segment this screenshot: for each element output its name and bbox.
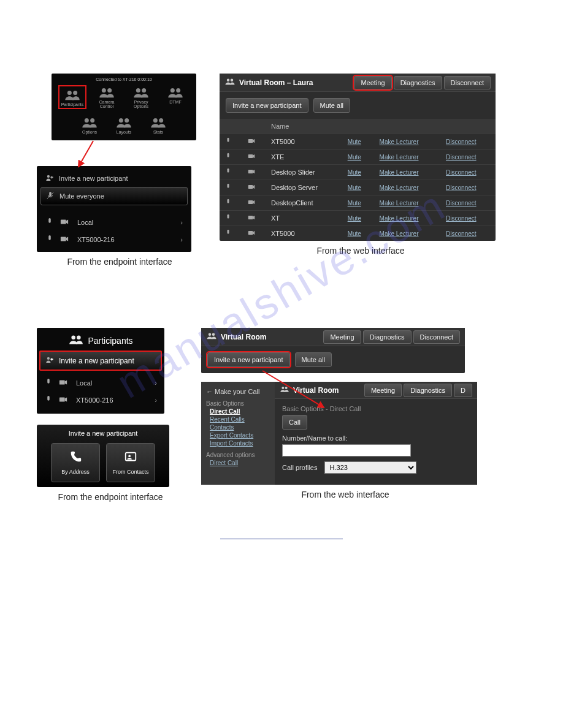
- by-address-button[interactable]: By Address: [51, 443, 100, 482]
- tab-d[interactable]: D: [454, 384, 472, 397]
- svg-point-28: [72, 336, 76, 340]
- room-title: Virtual Room – Laura: [224, 77, 313, 88]
- mute-link[interactable]: Mute: [343, 195, 375, 211]
- disconnect-link[interactable]: Disconnect: [441, 226, 496, 241]
- mute-link[interactable]: Mute: [343, 180, 375, 195]
- make-lecturer-link[interactable]: Make Lecturer: [375, 150, 442, 165]
- tab-disconnect[interactable]: Disconnect: [413, 330, 460, 344]
- row-icon: [46, 191, 55, 201]
- svg-point-35: [209, 333, 212, 336]
- endpoint-cell-6[interactable]: Stats: [144, 115, 172, 134]
- table-row: Desktop ServerMuteMake LecturerDisconnec…: [220, 180, 496, 195]
- svg-line-14: [79, 141, 93, 167]
- tab-meeting[interactable]: Meeting: [354, 76, 391, 89]
- mute-link[interactable]: Mute: [343, 165, 375, 180]
- call-profiles-select[interactable]: H.323: [324, 461, 416, 474]
- toolbar-button[interactable]: Invite a new participant: [226, 98, 308, 113]
- participant-name: Desktop Slider: [266, 165, 343, 180]
- table-row: XTMuteMake LecturerDisconnect: [220, 211, 496, 226]
- disconnect-link[interactable]: Disconnect: [441, 134, 496, 150]
- participant-name: Desktop Server: [266, 180, 343, 195]
- sidebar-link[interactable]: Recent Calls: [210, 416, 270, 423]
- mic-icon: [220, 150, 243, 165]
- make-lecturer-link[interactable]: Make Lecturer: [375, 195, 442, 211]
- endpoint-cell-1[interactable]: Camera Control: [93, 85, 121, 109]
- number-input[interactable]: [282, 444, 411, 457]
- endpoint-figure-2: Participants Invite a new participant Lo…: [37, 328, 184, 502]
- mute-row[interactable]: Mute everyone: [40, 187, 188, 205]
- disconnect-link[interactable]: Disconnect: [441, 195, 496, 211]
- tab-diagnostics[interactable]: Diagnostics: [394, 76, 442, 89]
- disconnect-link[interactable]: Disconnect: [441, 165, 496, 180]
- mic-icon: [220, 165, 243, 180]
- web-figure-1: Virtual Room – Laura Meeting Diagnostics…: [220, 74, 502, 256]
- make-lecturer-link[interactable]: Make Lecturer: [375, 226, 442, 241]
- participant-row[interactable]: Local›: [39, 374, 162, 392]
- sidebar-link[interactable]: Direct Call: [210, 408, 270, 415]
- make-lecturer-link[interactable]: Make Lecturer: [375, 211, 442, 226]
- disconnect-link[interactable]: Disconnect: [441, 180, 496, 195]
- make-lecturer-link[interactable]: Make Lecturer: [375, 180, 442, 195]
- participant-name: XT: [266, 211, 343, 226]
- contacts-icon: [124, 450, 137, 465]
- toolbar-button[interactable]: Mute all: [295, 352, 332, 367]
- mute-link[interactable]: Mute: [343, 211, 375, 226]
- people-icon: [68, 334, 84, 347]
- from-contacts-button[interactable]: From Contacts: [106, 443, 155, 482]
- invite-dialog-title: Invite a new participant: [42, 430, 164, 437]
- toolbar-button[interactable]: Invite a new participant: [207, 352, 290, 367]
- svg-point-19: [227, 79, 230, 82]
- mute-link[interactable]: Mute: [343, 150, 375, 165]
- sidebar-header[interactable]: ← Make your Call: [206, 388, 270, 395]
- svg-point-4: [136, 88, 140, 93]
- endpoint-cell-5[interactable]: Layouts: [110, 115, 138, 134]
- cam-icon: [59, 395, 67, 405]
- cell-icon: [93, 85, 121, 100]
- cam-icon: [243, 226, 266, 241]
- svg-point-7: [176, 88, 180, 93]
- phone-icon: [69, 450, 82, 465]
- sidebar-link[interactable]: Contacts: [210, 424, 270, 431]
- participant-row[interactable]: Local›: [40, 214, 188, 231]
- footer-rule: [220, 539, 343, 539]
- invite-row[interactable]: Invite a new participant: [39, 351, 162, 371]
- disconnect-link[interactable]: Disconnect: [441, 211, 496, 226]
- mic-icon: [220, 180, 243, 195]
- web-figure-2: Virtual Room Meeting Diagnostics Disconn…: [201, 328, 489, 499]
- participant-row[interactable]: XT5000-216›: [39, 392, 162, 409]
- toolbar-button[interactable]: Mute all: [313, 98, 351, 113]
- tab-meeting[interactable]: Meeting: [323, 330, 361, 344]
- invite-row[interactable]: Invite a new participant: [40, 170, 188, 187]
- table-row: XT5000MuteMake LecturerDisconnect: [220, 226, 496, 241]
- sidebar-link[interactable]: Import Contacts: [210, 440, 270, 447]
- svg-point-39: [285, 387, 288, 389]
- endpoint-mid-panel: Invite a new participantMute everyone Lo…: [37, 166, 191, 252]
- mic-icon: [44, 378, 53, 388]
- chevron-right-icon: ›: [180, 236, 183, 243]
- tab-diagnostics[interactable]: Diagnostics: [404, 384, 452, 397]
- cam-icon: [243, 195, 266, 211]
- endpoint-cell-4[interactable]: Options: [75, 115, 104, 134]
- endpoint-cell-0[interactable]: Participants: [58, 85, 86, 109]
- table-row: XT5000MuteMake LecturerDisconnect: [220, 134, 496, 150]
- endpoint-cell-2[interactable]: Privacy Options: [127, 85, 155, 109]
- sidebar-link[interactable]: Direct Call: [210, 460, 270, 466]
- inner-room-title: Virtual Room: [280, 385, 339, 395]
- endpoint-cell-3[interactable]: DTMF: [161, 85, 190, 109]
- mute-link[interactable]: Mute: [343, 226, 375, 241]
- svg-rect-25: [248, 200, 253, 204]
- sidebar-link[interactable]: Export Contacts: [210, 432, 270, 439]
- tab-disconnect[interactable]: Disconnect: [444, 76, 491, 89]
- tab-meeting[interactable]: Meeting: [364, 384, 402, 397]
- participant-row[interactable]: XT5000-216›: [40, 231, 188, 248]
- invite-dialog: Invite a new participant By Address From…: [37, 425, 169, 487]
- tab-diagnostics[interactable]: Diagnostics: [363, 330, 412, 344]
- svg-point-29: [77, 336, 81, 340]
- make-lecturer-link[interactable]: Make Lecturer: [375, 134, 442, 150]
- disconnect-link[interactable]: Disconnect: [441, 150, 496, 165]
- call-button[interactable]: Call: [282, 415, 307, 430]
- make-lecturer-link[interactable]: Make Lecturer: [375, 165, 442, 180]
- web-header: Virtual Room – Laura Meeting Diagnostics…: [220, 74, 496, 92]
- mute-link[interactable]: Mute: [343, 134, 375, 150]
- cell-icon: [144, 115, 172, 130]
